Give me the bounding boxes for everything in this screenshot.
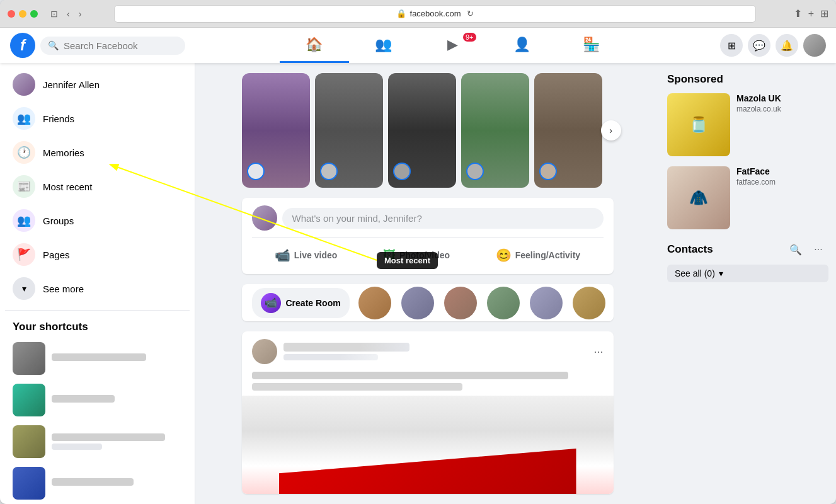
friends-icon: 👥 [375, 37, 392, 53]
groups-sidebar-icon: 👥 [13, 209, 35, 232]
sidebar-see-more-button[interactable]: ▾ See more [5, 272, 190, 305]
story-card-3[interactable] [388, 73, 456, 188]
shortcut-item-4[interactable] [5, 463, 190, 503]
post-image: text [242, 396, 614, 494]
home-icon: 🏠 [306, 37, 323, 53]
friend-avatar-1[interactable] [358, 287, 391, 319]
forward-icon[interactable]: › [76, 8, 84, 20]
create-room-button[interactable]: 📹 Create Room [252, 288, 350, 318]
contacts-more-button[interactable]: ··· [808, 239, 828, 260]
stories-container [242, 73, 614, 188]
sponsored-item-2[interactable]: 🧥 FatFace fatface.com [667, 166, 828, 229]
search-input[interactable] [64, 40, 164, 51]
post-content [242, 372, 614, 396]
tab-overview-icon[interactable]: ⊞ [820, 8, 828, 20]
bell-icon: 🔔 [781, 40, 793, 52]
shortcut-item-3[interactable] [5, 421, 190, 462]
back-icon[interactable]: ‹ [64, 8, 72, 20]
feeling-activity-label: Feeling/Activity [515, 250, 580, 260]
share-icon[interactable]: ⬆ [794, 8, 802, 20]
photo-video-button[interactable]: 🖼 Photo/video [375, 244, 457, 266]
sponsored-item-1[interactable]: 🫙 Mazola UK mazola.co.uk [667, 93, 828, 156]
shortcuts-title: Your shortcuts [5, 316, 190, 338]
composer-top: What's on your mind, Jennifer? [252, 205, 604, 231]
new-tab-icon[interactable]: + [808, 8, 814, 20]
photo-video-label: Photo/video [399, 250, 450, 260]
maximize-button[interactable] [30, 10, 38, 18]
story-card-5[interactable] [534, 73, 602, 188]
left-sidebar: Jennifer Allen 👥 Friends 🕐 Memories 📰 Mo… [0, 63, 195, 504]
friend-avatar-5[interactable] [530, 287, 563, 319]
friends-bar: 📹 Create Room › [242, 284, 614, 321]
sidebar-item-groups[interactable]: 👥 Groups [5, 204, 190, 237]
sidebar-divider [5, 310, 190, 311]
center-feed: › What's on your mind, Jennifer? 📹 Live … [195, 63, 660, 504]
nav-groups[interactable]: 👤 [488, 28, 557, 63]
friends-sidebar-label: Friends [43, 113, 74, 124]
notifications-button[interactable]: 🔔 [776, 34, 798, 57]
browser-controls: ⊡ ‹ › [48, 8, 84, 20]
groups-icon: 👤 [513, 37, 530, 53]
facebook-logo[interactable]: f [10, 33, 35, 58]
stories-section: › [242, 73, 614, 188]
live-video-button[interactable]: 📹 Live video [267, 244, 345, 266]
pages-sidebar-label: Pages [43, 249, 70, 260]
post-composer: What's on your mind, Jennifer? 📹 Live vi… [242, 198, 614, 274]
post-options-button[interactable]: ··· [593, 345, 603, 358]
header-right: ⊞ 💬 🔔 [720, 34, 826, 57]
friend-avatar-3[interactable] [444, 287, 477, 319]
shortcut-label-3 [52, 433, 165, 441]
feeling-activity-button[interactable]: 😊 Feeling/Activity [488, 244, 588, 266]
post-author-name [283, 343, 409, 352]
search-bar[interactable]: 🔍 [40, 37, 185, 55]
story-card-1[interactable] [242, 73, 310, 188]
sidebar-item-memories[interactable]: 🕐 Memories [5, 136, 190, 169]
messenger-button[interactable]: 💬 [748, 34, 770, 57]
post-author-avatar[interactable] [252, 339, 277, 364]
story-card-4[interactable] [461, 73, 529, 188]
sponsored-info-2: FatFace fatface.com [736, 166, 828, 229]
nav-video[interactable]: ▶ 9+ [418, 28, 488, 63]
see-more-label: See more [43, 284, 84, 294]
traffic-lights [8, 10, 38, 18]
friends-sidebar-icon: 👥 [13, 107, 35, 130]
composer-input[interactable]: What's on your mind, Jennifer? [282, 208, 604, 229]
contacts-actions: 🔍 ··· [786, 239, 828, 260]
avatar-image [803, 34, 826, 57]
sidebar-item-most-recent[interactable]: 📰 Most recent [5, 170, 190, 203]
shortcut-thumb-2 [13, 384, 45, 416]
sponsored-url-2: fatface.com [736, 178, 828, 186]
tab-grid-icon[interactable]: ⊡ [48, 8, 60, 20]
friend-avatar-6[interactable] [573, 287, 605, 319]
feeling-icon: 😊 [496, 248, 512, 263]
reload-icon[interactable]: ↻ [467, 9, 474, 18]
post-card-1: ··· text [242, 331, 614, 494]
shortcut-item-1[interactable] [5, 338, 190, 379]
see-more-icon: ▾ [13, 277, 35, 300]
nav-marketplace[interactable]: 🏪 [557, 28, 626, 63]
address-bar[interactable]: 🔒 facebook.com ↻ [114, 5, 755, 23]
sidebar-item-friends[interactable]: 👥 Friends [5, 102, 190, 135]
contacts-search-button[interactable]: 🔍 [786, 239, 806, 260]
see-all-contacts-button[interactable]: See all (0) ▾ [667, 265, 828, 282]
post-meta [283, 354, 378, 360]
minimize-button[interactable] [19, 10, 26, 18]
friend-avatar-4[interactable] [487, 287, 520, 319]
memories-sidebar-label: Memories [43, 147, 84, 158]
friend-avatar-2[interactable] [401, 287, 434, 319]
sponsored-info-1: Mazola UK mazola.co.uk [736, 93, 828, 156]
shortcut-item-2[interactable] [5, 380, 190, 420]
grid-menu-button[interactable]: ⊞ [720, 34, 743, 57]
user-avatar[interactable] [803, 34, 826, 57]
close-button[interactable] [8, 10, 15, 18]
messenger-icon: 💬 [753, 40, 765, 52]
sidebar-item-pages[interactable]: 🚩 Pages [5, 238, 190, 271]
nav-home[interactable]: 🏠 [280, 28, 349, 63]
memories-sidebar-icon: 🕐 [13, 141, 35, 164]
facebook-app: f 🔍 🏠 👥 ▶ 9+ 👤 [0, 28, 836, 504]
nav-friends[interactable]: 👥 [349, 28, 418, 63]
stories-next-button[interactable]: › [601, 120, 621, 140]
story-card-2[interactable] [315, 73, 383, 188]
sidebar-item-user[interactable]: Jennifer Allen [5, 68, 190, 101]
sponsored-thumb-2: 🧥 [667, 166, 730, 229]
